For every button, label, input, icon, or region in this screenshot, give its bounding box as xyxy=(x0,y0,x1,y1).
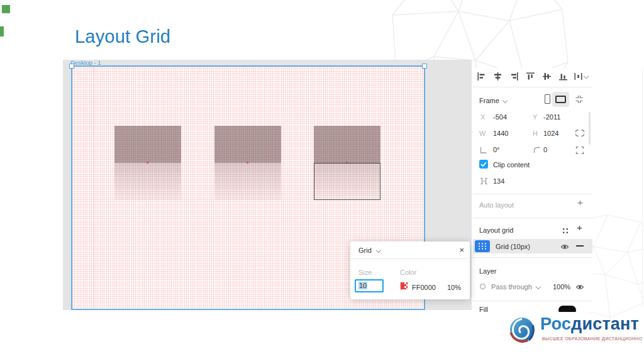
green-accent-top xyxy=(2,5,10,13)
add-auto-layout-button[interactable]: + xyxy=(577,199,583,206)
fill-color-swatch[interactable] xyxy=(558,306,576,312)
rotation-value-field[interactable]: 0° xyxy=(493,146,500,153)
grid-size-input[interactable]: 10 xyxy=(355,279,384,292)
layout-grid-row[interactable] xyxy=(473,239,592,253)
grid-dots-icon xyxy=(475,240,490,252)
divider xyxy=(473,218,592,218)
grid-type-icon[interactable] xyxy=(475,240,490,252)
globe-icon xyxy=(509,316,535,346)
popup-title[interactable]: Grid xyxy=(358,247,372,254)
collapse-icon[interactable] xyxy=(575,95,584,104)
x-label: X xyxy=(480,113,485,121)
frame-chevron-icon[interactable] xyxy=(502,98,508,103)
divider xyxy=(473,257,592,258)
fill-section-title: Fill xyxy=(479,306,488,312)
corner-radius-field[interactable]: 0 xyxy=(543,146,547,153)
divider xyxy=(473,194,592,194)
divider xyxy=(473,87,592,87)
slide: Layout Grid Desktop - 1 xyxy=(0,0,644,361)
brand-name-rest: дистант xyxy=(571,314,639,333)
layer-section-title: Layer xyxy=(479,267,497,275)
blend-mode-chevron-icon[interactable] xyxy=(536,284,541,289)
grid-color-opacity-field[interactable]: 10% xyxy=(447,284,461,291)
h-label: H xyxy=(533,130,538,137)
align-top-icon[interactable] xyxy=(526,72,535,81)
grid-styles-icon[interactable] xyxy=(562,227,569,235)
constrain-proportions-icon[interactable] xyxy=(575,128,584,138)
rosdistant-logo: Росдистант ВЫСШЕЕ ОБРАЗОВАНИЕ ДИСТАНЦИОН… xyxy=(500,312,635,353)
close-icon[interactable]: × xyxy=(459,245,464,255)
grid-snap-marker xyxy=(247,162,248,164)
right-edge-line xyxy=(642,68,643,308)
layout-grid-title: Layout grid xyxy=(479,226,513,234)
clip-content-label: Clip content xyxy=(493,161,530,169)
size-label: Size xyxy=(358,269,372,276)
h-value-field[interactable]: 1024 xyxy=(543,130,558,137)
brand-tagline: ВЫСШЕЕ ОБРАЗОВАНИЕ ДИСТАНЦИОННО xyxy=(542,336,642,341)
add-layout-grid-button[interactable]: + xyxy=(577,224,582,231)
grid-color-swatch[interactable] xyxy=(400,282,408,290)
popup-title-chevron-icon[interactable] xyxy=(376,248,381,253)
clip-content-checkbox[interactable] xyxy=(479,160,488,169)
frame-section-title[interactable]: Frame xyxy=(479,97,499,104)
brand-name: Росдистант xyxy=(540,314,639,334)
align-right-icon[interactable] xyxy=(509,72,519,81)
independent-corners-icon[interactable] xyxy=(575,146,584,155)
grid-snap-marker xyxy=(147,162,148,164)
distribute-dropdown-chevron-icon[interactable] xyxy=(584,74,589,79)
divider xyxy=(350,258,470,259)
inspector-panel: Frame X -504 Y -2011 W 1440 H 1024 0° 0 … xyxy=(473,68,592,312)
landscape-orientation-icon[interactable] xyxy=(555,96,566,103)
x-value-field[interactable]: -504 xyxy=(493,113,507,121)
reflection-rectangle-1[interactable] xyxy=(114,163,181,200)
remove-grid-button[interactable] xyxy=(576,245,584,247)
blend-mode-icon xyxy=(480,284,486,289)
reflection-rectangle-2[interactable] xyxy=(214,163,281,200)
w-label: W xyxy=(479,130,486,137)
align-left-icon[interactable] xyxy=(477,72,486,81)
color-label: Color xyxy=(400,269,416,276)
frame-resize-handle-topright[interactable] xyxy=(422,64,427,69)
y-label: Y xyxy=(533,113,537,121)
check-icon xyxy=(479,160,488,169)
align-bottom-icon[interactable] xyxy=(558,72,568,81)
layout-grid-item-label[interactable]: Grid (10px) xyxy=(496,243,530,250)
align-horizontal-centers-icon[interactable] xyxy=(493,72,502,81)
corner-radius-icon xyxy=(533,146,541,154)
spacing-value-field[interactable]: 134 xyxy=(493,177,504,185)
layer-opacity-field[interactable]: 100% xyxy=(553,283,570,291)
grid-size-value: 10 xyxy=(358,282,367,289)
align-vertical-centers-icon[interactable] xyxy=(542,72,552,81)
w-value-field[interactable]: 1440 xyxy=(493,130,508,137)
selected-object-outline[interactable] xyxy=(314,163,380,200)
grid-color-hex-field[interactable]: FF0000 xyxy=(412,284,436,291)
distribute-icon[interactable] xyxy=(574,72,583,81)
green-accent-left xyxy=(0,26,4,36)
horizontal-padding-icon xyxy=(479,177,489,186)
gray-rectangle-3[interactable] xyxy=(314,126,380,163)
eye-icon[interactable] xyxy=(575,284,584,291)
divider xyxy=(473,301,592,301)
grid-settings-popup: Grid × Size Color 10 FF0000 10% xyxy=(350,242,470,299)
y-value-field[interactable]: -2011 xyxy=(543,113,560,121)
page-title: Layout Grid xyxy=(75,26,170,47)
auto-layout-title: Auto layout xyxy=(479,201,514,209)
blend-mode-select[interactable]: Pass through xyxy=(491,283,532,291)
portrait-orientation-icon[interactable] xyxy=(545,94,550,104)
gray-rectangle-2[interactable] xyxy=(214,126,281,163)
swatch-alpha-half xyxy=(404,282,408,289)
gray-rectangle-1[interactable] xyxy=(114,126,181,163)
brand-name-first: Рос xyxy=(540,314,571,333)
rotation-angle-icon xyxy=(479,146,487,154)
panel-scrollbar[interactable] xyxy=(589,112,591,145)
eye-icon[interactable] xyxy=(560,243,569,250)
frame-resize-handle-topleft[interactable] xyxy=(69,64,74,69)
